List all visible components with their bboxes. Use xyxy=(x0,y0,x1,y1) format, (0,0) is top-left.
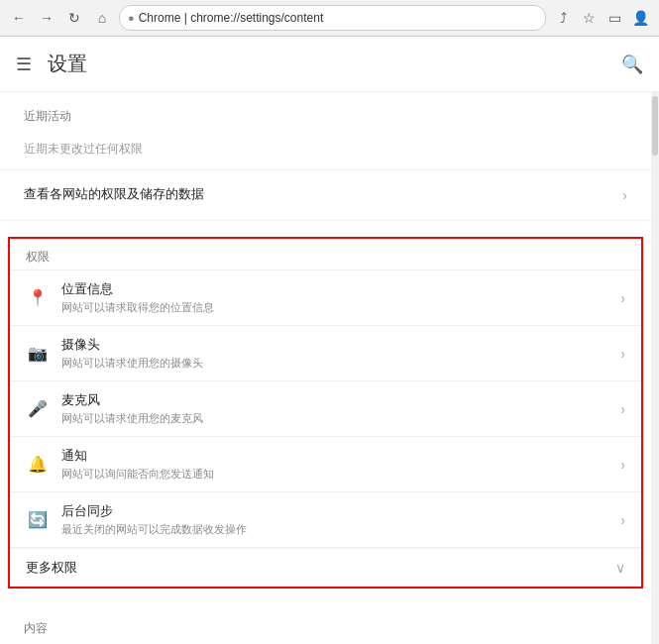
scrollbar-thumb[interactable] xyxy=(652,96,658,156)
permission-notifications-item[interactable]: 🔔 通知 网站可以询问能否向您发送通知 › xyxy=(10,437,641,492)
microphone-icon: 🎤 xyxy=(26,399,50,418)
forward-button[interactable]: → xyxy=(36,7,57,29)
browser-chrome: ← → ↻ ⌂ ● Chrome | chrome://settings/con… xyxy=(0,0,659,37)
view-all-sites-arrow: › xyxy=(622,187,627,203)
permission-microphone-item[interactable]: 🎤 麦克风 网站可以请求使用您的麦克风 › xyxy=(10,381,641,437)
permission-location-item[interactable]: 📍 位置信息 网站可以请求取得您的位置信息 › xyxy=(10,269,641,326)
bookmark-icon[interactable]: ☆ xyxy=(578,7,600,29)
location-arrow: › xyxy=(620,290,625,306)
notifications-icon: 🔔 xyxy=(26,455,50,474)
lock-icon: ● xyxy=(128,12,135,24)
camera-icon: 📷 xyxy=(26,344,50,363)
more-permissions-row[interactable]: 更多权限 ∨ xyxy=(10,548,641,587)
page-title: 设置 xyxy=(48,51,87,77)
location-icon: 📍 xyxy=(26,288,50,307)
settings-header: ☰ 设置 🔍 xyxy=(0,37,659,92)
notifications-title: 通知 xyxy=(61,447,620,465)
camera-desc: 网站可以请求使用您的摄像头 xyxy=(61,356,620,371)
recent-activity-section: 近期活动 xyxy=(0,92,651,141)
background-sync-icon: 🔄 xyxy=(26,510,50,529)
notifications-text: 通知 网站可以询问能否向您发送通知 xyxy=(61,447,620,482)
spacer2 xyxy=(0,592,651,608)
microphone-desc: 网站可以请求使用您的麦克风 xyxy=(61,411,620,426)
content-section-title: 内容 xyxy=(24,620,627,637)
microphone-arrow: › xyxy=(620,401,625,417)
camera-arrow: › xyxy=(620,346,625,362)
recent-activity-title: 近期活动 xyxy=(24,108,627,125)
content-section: 内容 xyxy=(0,608,651,644)
permissions-section: 权限 📍 位置信息 网站可以请求取得您的位置信息 › 📷 摄像头 网站可以请求使 xyxy=(8,237,643,589)
share-icon[interactable]: ⤴ xyxy=(552,7,574,29)
toolbar-right: ⤴ ☆ ▭ 👤 xyxy=(552,7,651,29)
menu-icon[interactable]: ☰ xyxy=(16,54,32,75)
notifications-desc: 网站可以询问能否向您发送通知 xyxy=(61,467,620,482)
settings-page: ☰ 设置 🔍 近期活动 近期未更改过任何权限 查看各网站的权限及储存的数据 › … xyxy=(0,37,659,644)
view-all-sites-text: 查看各网站的权限及储存的数据 xyxy=(24,185,622,205)
browser-toolbar: ← → ↻ ⌂ ● Chrome | chrome://settings/con… xyxy=(0,0,659,36)
view-all-sites-item[interactable]: 查看各网站的权限及储存的数据 › xyxy=(0,169,651,221)
location-title: 位置信息 xyxy=(61,280,620,298)
background-sync-desc: 最近关闭的网站可以完成数据收发操作 xyxy=(61,522,620,537)
home-button[interactable]: ⌂ xyxy=(91,7,113,29)
search-icon[interactable]: 🔍 xyxy=(621,54,643,75)
window-icon[interactable]: ▭ xyxy=(604,7,625,29)
background-sync-text: 后台同步 最近关闭的网站可以完成数据收发操作 xyxy=(61,502,620,537)
settings-content: 近期活动 近期未更改过任何权限 查看各网站的权限及储存的数据 › 权限 📍 位 xyxy=(0,92,659,644)
permission-camera-item[interactable]: 📷 摄像头 网站可以请求使用您的摄像头 › xyxy=(10,326,641,381)
more-permissions-label: 更多权限 xyxy=(26,559,615,577)
reload-button[interactable]: ↻ xyxy=(63,7,85,29)
spacer xyxy=(0,221,651,233)
microphone-title: 麦克风 xyxy=(61,391,620,409)
scrollbar-track[interactable] xyxy=(651,92,659,644)
location-desc: 网站可以请求取得您的位置信息 xyxy=(61,300,620,315)
permissions-title: 权限 xyxy=(10,239,641,269)
account-icon[interactable]: 👤 xyxy=(629,7,651,29)
chevron-down-icon: ∨ xyxy=(615,560,625,576)
address-text: Chrome | chrome://settings/content xyxy=(139,11,537,25)
background-sync-title: 后台同步 xyxy=(61,502,620,520)
address-bar[interactable]: ● Chrome | chrome://settings/content xyxy=(119,5,546,31)
content-main: 近期活动 近期未更改过任何权限 查看各网站的权限及储存的数据 › 权限 📍 位 xyxy=(0,92,651,644)
notifications-arrow: › xyxy=(620,457,625,473)
location-text: 位置信息 网站可以请求取得您的位置信息 xyxy=(61,280,620,315)
microphone-text: 麦克风 网站可以请求使用您的麦克风 xyxy=(61,391,620,426)
camera-text: 摄像头 网站可以请求使用您的摄像头 xyxy=(61,336,620,371)
recent-activity-empty: 近期未更改过任何权限 xyxy=(0,141,651,169)
back-button[interactable]: ← xyxy=(8,7,30,29)
background-sync-arrow: › xyxy=(620,512,625,528)
view-all-sites-label: 查看各网站的权限及储存的数据 xyxy=(24,185,622,203)
camera-title: 摄像头 xyxy=(61,336,620,354)
permission-background-sync-item[interactable]: 🔄 后台同步 最近关闭的网站可以完成数据收发操作 › xyxy=(10,492,641,548)
